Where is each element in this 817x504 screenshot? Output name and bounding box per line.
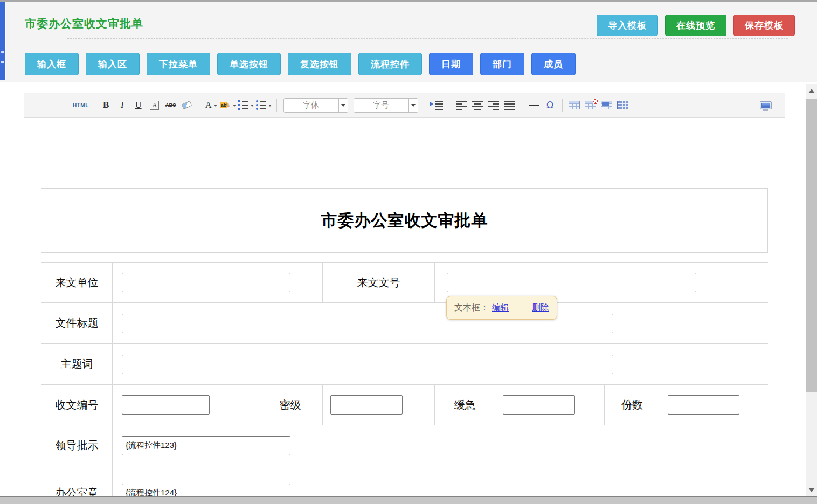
horizontal-rule-icon (529, 105, 539, 106)
header-panel: 市委办公室收文审批单 导入模板 在线预览 保存模板 输入框 输入区 下拉菜单 单… (0, 2, 817, 82)
tooltip-edit-link[interactable]: 编辑 (492, 302, 509, 314)
delete-table-button[interactable] (584, 97, 598, 113)
pencil-icon: ✎ (225, 101, 231, 109)
page: 市委办公室收文审批单 导入模板 在线预览 保存模板 输入框 输入区 下拉菜单 单… (0, 0, 817, 504)
widget-radio-button[interactable]: 单选按钮 (217, 53, 281, 75)
align-center-button[interactable] (470, 97, 484, 113)
font-size-value: 字号 (354, 100, 408, 111)
ordered-list-button[interactable] (238, 97, 254, 113)
textbox-tooltip: 文本框： 编辑 删除 (446, 296, 557, 320)
label-document-title: 文件标题 (41, 303, 113, 344)
receipt-number-input[interactable] (122, 395, 210, 415)
widget-member-button[interactable]: 成员 (531, 53, 576, 75)
online-preview-button[interactable]: 在线预览 (665, 15, 726, 36)
label-leader-instructions: 领导批示 (41, 425, 113, 466)
toolbar-separator (562, 99, 563, 112)
ordered-list-icon (238, 100, 248, 110)
unordered-list-button[interactable] (256, 97, 272, 113)
subject-words-input[interactable] (122, 355, 613, 374)
omega-icon: Ω (546, 100, 553, 111)
italic-icon: I (121, 100, 124, 111)
form-title-box: 市委办公室收文审批单 (41, 188, 768, 253)
widget-checkbox-button[interactable]: 复选按钮 (288, 53, 351, 75)
format-a-button[interactable]: A (148, 97, 162, 113)
boxed-a-icon: A (150, 101, 159, 110)
remove-format-button[interactable] (180, 97, 194, 113)
label-security-level: 密级 (258, 385, 323, 425)
header-actions: 导入模板 在线预览 保存模板 (597, 15, 795, 36)
widget-flow-control-button[interactable]: 流程控件 (358, 53, 422, 75)
chevron-down-icon (214, 105, 217, 108)
special-char-button[interactable]: Ω (543, 97, 557, 113)
toolbar-separator (276, 99, 277, 112)
document-number-input[interactable] (447, 273, 696, 292)
label-urgency: 缓急 (435, 385, 495, 425)
widget-date-button[interactable]: 日期 (429, 53, 473, 75)
indent-arrow-icon (430, 102, 435, 106)
red-x-icon (593, 99, 598, 104)
widget-department-button[interactable]: 部门 (480, 53, 524, 75)
underline-button[interactable]: U (131, 97, 146, 113)
underline-icon: U (135, 100, 142, 110)
horizontal-rule-button[interactable] (527, 97, 541, 113)
scroll-up-arrow-icon[interactable] (808, 89, 815, 93)
label-document-number: 来文文号 (323, 263, 435, 303)
table-props-button[interactable] (616, 97, 630, 113)
source-code-button[interactable]: HTML (73, 97, 89, 113)
align-left-button[interactable] (454, 97, 468, 113)
indent-button[interactable] (430, 97, 444, 113)
cell-document-title (113, 303, 768, 344)
bold-button[interactable]: B (99, 97, 113, 113)
tooltip-delete-link[interactable]: 删除 (532, 302, 549, 314)
align-right-button[interactable] (487, 97, 501, 113)
cell-subject-words (113, 344, 768, 385)
vertical-scrollbar[interactable] (806, 84, 817, 504)
save-template-button[interactable]: 保存模板 (733, 15, 795, 36)
leader-instructions-input[interactable] (122, 436, 290, 455)
import-template-button[interactable]: 导入模板 (597, 15, 658, 36)
incoming-unit-input[interactable] (122, 273, 290, 292)
editor-toolbar: HTML B I U A ABC A ab✎ (24, 93, 785, 118)
urgency-input[interactable] (503, 395, 575, 415)
chevron-down-icon (341, 104, 345, 109)
table-cell-button[interactable] (600, 97, 614, 113)
left-edge-strip (0, 2, 5, 80)
toolbar-separator (425, 99, 425, 112)
cell-receipt-number (113, 385, 258, 425)
copies-input[interactable] (668, 395, 739, 415)
editor-content[interactable]: 市委办公室收文审批单 来文单位 来文文号 文件标题 主 (24, 188, 785, 504)
form-table: 来文单位 来文文号 文件标题 主题词 收文编号 密级 (41, 262, 768, 504)
widget-dropdown-button[interactable]: 下拉菜单 (147, 53, 210, 75)
cell-incoming-unit (113, 263, 323, 303)
italic-button[interactable]: I (115, 97, 129, 113)
chevron-down-icon (233, 105, 236, 108)
font-family-select[interactable]: 字体 (283, 98, 348, 113)
table-icon (569, 101, 580, 109)
form-title: 市委办公室收文审批单 (321, 210, 488, 232)
combo-arrow-button[interactable] (408, 99, 418, 112)
cell-security-level (323, 385, 435, 425)
label-copies: 份数 (605, 385, 660, 425)
toolbar-separator (449, 99, 449, 112)
insert-table-button[interactable] (567, 97, 581, 113)
combo-arrow-button[interactable] (338, 99, 348, 112)
fullscreen-button[interactable] (759, 97, 773, 113)
monitor-screen-icon (761, 103, 770, 108)
scrollbar-thumb[interactable] (806, 99, 817, 392)
richtext-editor: HTML B I U A ABC A ab✎ (24, 93, 785, 504)
font-color-button[interactable]: A (204, 97, 218, 113)
scroll-down-arrow-icon[interactable] (808, 488, 815, 492)
strikethrough-button[interactable]: ABC (164, 97, 178, 113)
toolbar-separator (522, 99, 522, 112)
page-title: 市委办公室收文审批单 (25, 16, 143, 31)
highlight-color-button[interactable]: ab✎ (220, 97, 236, 113)
widget-input-box-button[interactable]: 输入框 (25, 53, 79, 75)
strip-mark (1, 61, 4, 63)
security-level-input[interactable] (330, 395, 403, 415)
justify-button[interactable] (503, 97, 517, 113)
widget-textarea-button[interactable]: 输入区 (86, 53, 140, 75)
font-size-select[interactable]: 字号 (354, 98, 418, 113)
eraser-icon (182, 101, 192, 109)
bold-icon: B (103, 100, 109, 111)
chevron-down-icon (411, 104, 416, 109)
